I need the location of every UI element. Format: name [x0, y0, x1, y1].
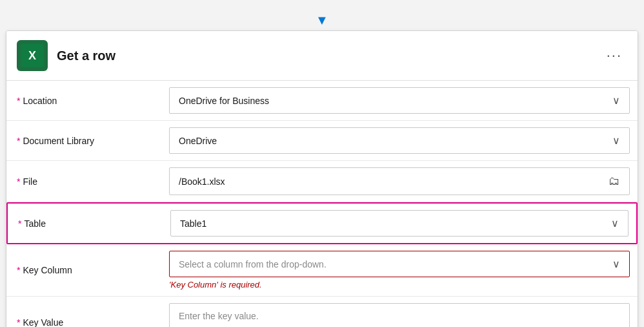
table-value: Table1	[180, 218, 206, 229]
label-text-key-column: Key Column	[23, 265, 72, 275]
field-label-key-column: * Key Column	[6, 257, 161, 283]
required-star-key-value: *	[17, 317, 20, 328]
location-chevron-icon: ∨	[612, 94, 620, 107]
get-a-row-card: X Get a row ··· * Location OneDrive for …	[6, 30, 638, 327]
field-control-document-library: OneDrive ∨	[161, 121, 638, 160]
key-value-placeholder: Enter the key value.	[179, 311, 259, 321]
key-column-placeholder: Select a column from the drop-down.	[179, 259, 327, 269]
field-label-document-library: * Document Library	[6, 128, 161, 154]
location-select[interactable]: OneDrive for Business ∨	[169, 87, 630, 114]
location-value: OneDrive for Business	[179, 96, 269, 106]
field-control-file: /Book1.xlsx 🗂	[161, 161, 638, 202]
key-column-select[interactable]: Select a column from the drop-down. ∨	[169, 251, 630, 277]
more-options-button[interactable]: ···	[601, 45, 627, 67]
field-control-key-value: Enter the key value. 'Key Value' is requ…	[161, 297, 638, 327]
connector-arrow: ▼	[6, 13, 638, 28]
label-text-document-library: Document Library	[23, 136, 94, 146]
field-label-key-value: * Key Value	[6, 310, 161, 328]
label-text-key-value: Key Value	[23, 317, 63, 328]
excel-connector-icon: X	[17, 40, 48, 71]
card-title: Get a row	[57, 48, 116, 63]
required-star-key-column: *	[17, 265, 20, 275]
field-row-file: * File /Book1.xlsx 🗂	[6, 161, 638, 202]
required-star-table: *	[18, 218, 21, 229]
key-column-error: 'Key Column' is required.	[169, 280, 630, 290]
field-row-key-value: * Key Value Enter the key value. 'Key Va…	[6, 297, 638, 327]
label-text-location: Location	[23, 96, 57, 106]
required-star-location: *	[17, 96, 20, 106]
field-control-table: Table1 ∨	[163, 204, 636, 243]
document-library-select[interactable]: OneDrive ∨	[169, 127, 630, 154]
required-star-document-library: *	[17, 136, 20, 146]
document-library-chevron-icon: ∨	[612, 134, 620, 147]
label-text-table: Table	[24, 218, 45, 229]
field-row-location: * Location OneDrive for Business ∨	[6, 81, 638, 121]
folder-icon: 🗂	[609, 174, 620, 188]
field-control-location: OneDrive for Business ∨	[161, 81, 638, 120]
label-text-file: File	[23, 176, 37, 187]
file-value: /Book1.xlsx	[179, 176, 225, 187]
excel-letter: X	[28, 49, 36, 63]
field-row-key-column: * Key Column Select a column from the dr…	[6, 244, 638, 297]
header-left: X Get a row	[17, 40, 116, 71]
table-select[interactable]: Table1 ∨	[170, 210, 629, 237]
field-label-table: * Table	[8, 211, 163, 237]
field-control-key-column: Select a column from the drop-down. ∨ 'K…	[161, 244, 638, 296]
field-label-file: * File	[6, 169, 161, 195]
card-header: X Get a row ···	[6, 31, 638, 81]
field-row-table: * Table Table1 ∨	[6, 202, 638, 244]
card-body: * Location OneDrive for Business ∨ * Doc…	[6, 81, 638, 327]
document-library-value: OneDrive	[179, 136, 217, 146]
table-chevron-icon: ∨	[611, 217, 619, 229]
required-star-file: *	[17, 176, 20, 187]
excel-inner-icon: X	[21, 44, 44, 67]
file-picker[interactable]: /Book1.xlsx 🗂	[169, 167, 630, 195]
field-row-document-library: * Document Library OneDrive ∨	[6, 121, 638, 161]
key-column-chevron-icon: ∨	[612, 258, 620, 270]
key-value-input[interactable]: Enter the key value.	[169, 303, 630, 327]
field-label-location: * Location	[6, 88, 161, 114]
